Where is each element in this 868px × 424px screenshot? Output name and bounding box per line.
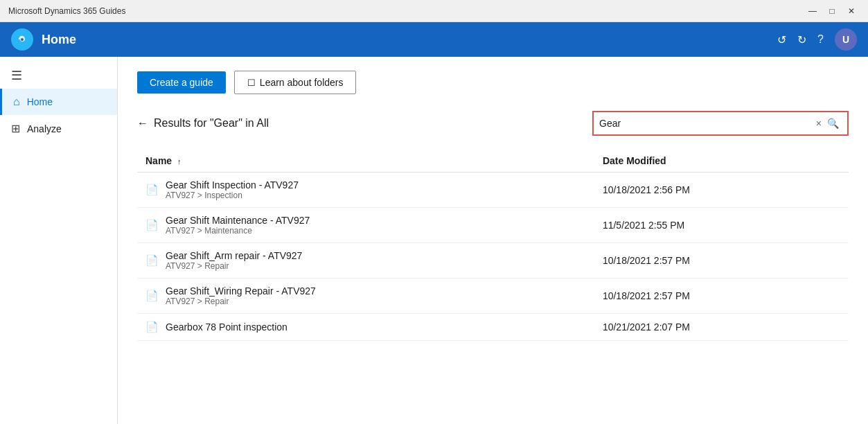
search-icon: 🔍 <box>827 118 839 129</box>
sidebar-item-label-analyze: Analyze <box>27 123 62 134</box>
sort-arrow-name: ↑ <box>177 157 181 166</box>
results-header: ← Results for "Gear" in All × 🔍 <box>137 111 849 136</box>
top-actions: Create a guide ☐ Learn about folders <box>137 71 849 94</box>
table-row[interactable]: 📄 Gear Shift Maintenance - ATV927 ATV927… <box>137 208 849 243</box>
item-path: ATV927 > Repair <box>166 297 316 306</box>
document-icon: 📄 <box>145 290 159 302</box>
document-icon: 📄 <box>145 184 159 196</box>
app-name: Microsoft Dynamics 365 Guides <box>8 6 125 16</box>
column-date-modified: Date Modified <box>594 150 849 173</box>
document-icon: 📄 <box>145 254 159 267</box>
home-icon: ⌂ <box>13 96 20 108</box>
learn-folders-button[interactable]: ☐ Learn about folders <box>234 71 357 94</box>
item-path: ATV927 > Maintenance <box>166 226 310 236</box>
search-box-wrapper: × 🔍 <box>592 111 849 136</box>
svg-point-1 <box>21 38 24 41</box>
item-name: Gear Shift Maintenance - ATV927 <box>166 215 310 226</box>
table-row[interactable]: 📄 Gear Shift_Arm repair - ATV927 ATV927 … <box>137 243 849 279</box>
item-name: Gear Shift_Wiring Repair - ATV927 <box>166 285 316 297</box>
learn-folders-label: Learn about folders <box>260 77 344 88</box>
document-icon: 📄 <box>145 219 159 231</box>
item-name: Gear Shift_Arm repair - ATV927 <box>166 250 302 261</box>
name-cell: 📄 Gear Shift Inspection - ATV927 ATV927 … <box>137 173 594 208</box>
search-submit-button[interactable]: 🔍 <box>824 118 842 129</box>
user-avatar[interactable]: U <box>835 28 857 51</box>
sidebar-item-label-home: Home <box>27 96 53 107</box>
item-path: ATV927 > Repair <box>166 261 302 271</box>
undo-button[interactable]: ↺ <box>777 33 786 46</box>
item-name: Gearbox 78 Point inspection <box>166 321 287 333</box>
app-logo <box>11 28 33 51</box>
analyze-icon: ⊞ <box>11 122 20 135</box>
sidebar-hamburger[interactable]: ☰ <box>0 62 33 89</box>
learn-folders-icon: ☐ <box>247 78 256 88</box>
maximize-button[interactable]: □ <box>824 4 840 18</box>
name-cell: 📄 Gear Shift_Wiring Repair - ATV927 ATV9… <box>137 279 594 314</box>
create-guide-button[interactable]: Create a guide <box>137 71 226 94</box>
results-title: ← Results for "Gear" in All <box>137 117 269 130</box>
title-bar-controls: — □ ✕ <box>804 4 860 18</box>
back-arrow[interactable]: ← <box>137 117 148 130</box>
close-button[interactable]: ✕ <box>843 4 860 18</box>
title-bar-left: Microsoft Dynamics 365 Guides <box>8 6 125 16</box>
redo-button[interactable]: ↻ <box>797 33 806 46</box>
sidebar-item-home[interactable]: ⌂ Home <box>0 89 117 115</box>
date-modified-cell: 10/18/2021 2:57 PM <box>594 279 849 314</box>
app-title: Home <box>42 33 76 47</box>
table-row[interactable]: 📄 Gearbox 78 Point inspection 10/21/2021… <box>137 314 849 341</box>
item-path: ATV927 > Inspection <box>166 191 299 200</box>
app-header-right: ↺ ↻ ? U <box>777 28 857 51</box>
date-modified-cell: 10/18/2021 2:57 PM <box>594 243 849 279</box>
main-layout: ☰ ⌂ Home ⊞ Analyze Create a guide ☐ Lear… <box>0 57 868 424</box>
table-row[interactable]: 📄 Gear Shift Inspection - ATV927 ATV927 … <box>137 173 849 208</box>
name-cell: 📄 Gearbox 78 Point inspection <box>137 314 594 341</box>
search-input[interactable] <box>599 118 813 129</box>
app-header: Home ↺ ↻ ? U <box>0 22 868 57</box>
name-cell: 📄 Gear Shift_Arm repair - ATV927 ATV927 … <box>137 243 594 279</box>
column-name[interactable]: Name ↑ <box>137 150 594 173</box>
document-icon: 📄 <box>145 321 159 333</box>
minimize-button[interactable]: — <box>804 4 821 18</box>
table-body: 📄 Gear Shift Inspection - ATV927 ATV927 … <box>137 173 849 341</box>
help-button[interactable]: ? <box>817 33 824 46</box>
table-row[interactable]: 📄 Gear Shift_Wiring Repair - ATV927 ATV9… <box>137 279 849 314</box>
main-content: Create a guide ☐ Learn about folders ← R… <box>118 57 868 424</box>
item-name: Gear Shift Inspection - ATV927 <box>166 179 299 191</box>
results-table: Name ↑ Date Modified 📄 Gear Shift Inspec… <box>137 150 849 341</box>
date-modified-cell: 10/18/2021 2:56 PM <box>594 173 849 208</box>
date-modified-cell: 10/21/2021 2:07 PM <box>594 314 849 341</box>
title-bar: Microsoft Dynamics 365 Guides — □ ✕ <box>0 0 868 22</box>
results-text: Results for "Gear" in All <box>154 117 269 130</box>
search-clear-button[interactable]: × <box>813 118 824 129</box>
date-modified-cell: 11/5/2021 2:55 PM <box>594 208 849 243</box>
name-cell: 📄 Gear Shift Maintenance - ATV927 ATV927… <box>137 208 594 243</box>
sidebar: ☰ ⌂ Home ⊞ Analyze <box>0 57 118 424</box>
app-header-left: Home <box>11 28 76 51</box>
table-header: Name ↑ Date Modified <box>137 150 849 173</box>
sidebar-item-analyze[interactable]: ⊞ Analyze <box>0 115 117 142</box>
